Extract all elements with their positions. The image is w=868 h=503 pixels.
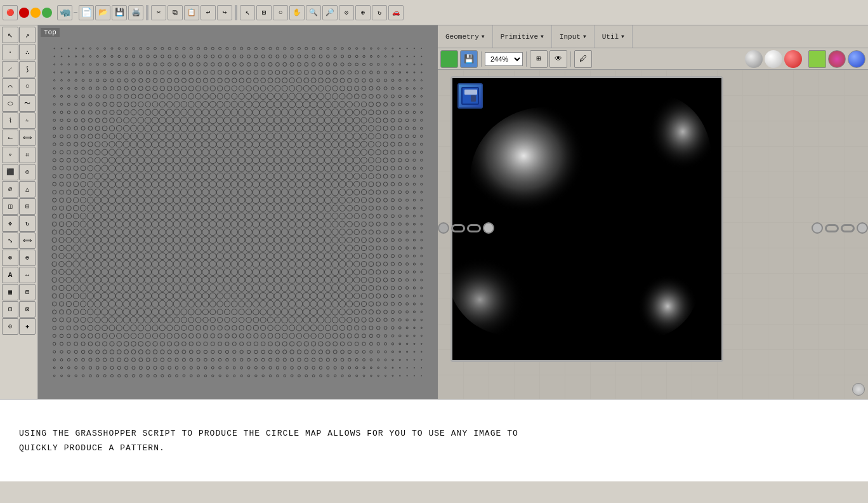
floppy-body: [461, 87, 479, 105]
toolbar-undo[interactable]: ↩: [201, 5, 216, 20]
tool-mesh[interactable]: ⊞: [19, 198, 36, 215]
caption-area: USING THE GRASSHOPPER SCRIPT TO PRODUCE …: [0, 399, 868, 481]
grasshopper-panel: Geometry ▼ Primitive ▼ Input ▼ Util ▼ 💾: [438, 25, 868, 399]
tool-cursor2[interactable]: ↗: [19, 27, 36, 43]
tool-chamfer[interactable]: ⌗: [19, 147, 36, 163]
gh-menu-bar: Geometry ▼ Primitive ▼ Input ▼ Util ▼: [438, 25, 868, 48]
util-menu-arrow: ▼: [621, 34, 624, 39]
toolbar-pan[interactable]: ✋: [289, 5, 305, 20]
gh-btn-sphere-gray[interactable]: [745, 50, 763, 68]
rhino-viewport[interactable]: Top: [38, 25, 438, 399]
toolbar-car[interactable]: 🚗: [388, 5, 404, 20]
tool-multipoint[interactable]: ∴: [19, 44, 36, 60]
tool-surface[interactable]: ◫: [2, 198, 18, 215]
gh-btn-grid[interactable]: ⊞: [530, 50, 548, 68]
gh-btn-lime-rect[interactable]: [808, 50, 826, 68]
tool-snap[interactable]: ⊙: [2, 318, 18, 335]
toolbar-new-file[interactable]: 📄: [79, 5, 94, 20]
toolbar-zoom-out[interactable]: 🔎: [322, 5, 338, 20]
tool-ellipse[interactable]: ⬭: [2, 95, 18, 112]
tool-freeform[interactable]: ⌇: [2, 112, 18, 129]
toolbar-zoom-sel[interactable]: ⊕: [355, 5, 371, 20]
toolbar-redo[interactable]: ↪: [217, 5, 232, 20]
tool-dim[interactable]: ↔: [19, 267, 36, 283]
tool-gumball[interactable]: ✚: [19, 318, 36, 335]
floppy-window: [471, 95, 476, 102]
gh-btn-save[interactable]: 💾: [460, 50, 478, 68]
tool-mirror[interactable]: ⟺: [19, 232, 36, 249]
gh-menu-input[interactable]: Input ▼: [552, 25, 595, 48]
circle-pattern-canvas: [38, 25, 438, 399]
gh-btn-sphere-red[interactable]: [784, 50, 802, 68]
save-icon[interactable]: [457, 83, 483, 109]
tool-block[interactable]: ⊞: [19, 284, 36, 300]
scroll-indicator[interactable]: [852, 383, 865, 396]
tool-cylinder[interactable]: ⌀: [2, 181, 18, 198]
gh-canvas[interactable]: [438, 70, 868, 399]
caption-text: USING THE GRASSHOPPER SCRIPT TO PRODUCE …: [19, 426, 849, 456]
gh-btn-eye[interactable]: 👁: [549, 50, 567, 68]
gh-btn-sphere-white[interactable]: [765, 50, 782, 68]
tool-hatch[interactable]: ▦: [2, 284, 18, 300]
tool-extend[interactable]: ⟵: [2, 130, 18, 146]
zoom-select[interactable]: 244%: [485, 52, 523, 66]
toolbar-print[interactable]: 🖨️: [128, 5, 143, 20]
toolbar-zoom-all[interactable]: ⊙: [339, 5, 354, 20]
caption-line1: USING THE GRASSHOPPER SCRIPT TO PRODUCE …: [19, 426, 849, 441]
tool-prop[interactable]: ⊠: [19, 301, 36, 318]
toolbar-btn4[interactable]: [42, 8, 52, 18]
tool-circle[interactable]: ○: [19, 78, 36, 95]
gh-btn-tan-rect[interactable]: [828, 50, 846, 68]
toolbar-paste[interactable]: 📋: [184, 5, 199, 20]
preview-image-node[interactable]: [450, 76, 723, 362]
toolbar-save[interactable]: 💾: [112, 5, 127, 20]
tool-sphere[interactable]: ⊙: [19, 164, 36, 180]
tool-text[interactable]: A: [2, 267, 18, 283]
geometry-menu-arrow: ▼: [482, 34, 485, 39]
gh-btn-green[interactable]: [440, 50, 458, 68]
chain-link-right-2: [841, 224, 855, 232]
tool-cone[interactable]: △: [19, 181, 36, 198]
toolbar-btn2[interactable]: [19, 8, 29, 18]
tool-polyline[interactable]: ⟆: [19, 61, 36, 77]
tool-fillet[interactable]: ⌔: [2, 147, 18, 163]
viewport-label: Top: [41, 28, 60, 37]
tool-spline[interactable]: 〜: [19, 95, 36, 112]
toolbar-select[interactable]: ↖: [240, 5, 255, 20]
toolbar-open[interactable]: 📂: [95, 5, 110, 20]
input-menu-arrow: ▼: [583, 34, 586, 39]
chain-dot-1: [438, 222, 449, 234]
tool-arc[interactable]: ⌒: [2, 78, 18, 95]
tool-rotate[interactable]: ↻: [19, 215, 36, 232]
gh-btn-blue-rect[interactable]: [848, 50, 865, 68]
tool-scale[interactable]: ⤡: [2, 232, 18, 249]
tool-boolean[interactable]: ⊕: [19, 250, 36, 266]
tool-cursor[interactable]: ↖: [2, 27, 18, 43]
toolbar-rotate3d[interactable]: ↻: [372, 5, 387, 20]
gh-menu-geometry[interactable]: Geometry ▼: [438, 25, 493, 48]
rhino-top-toolbar: 🔴 🦏 📄 📂 💾 🖨️ ✂ ⧉ 📋 ↩ ↪ ↖ ⊡ ○ ✋ 🔍 🔎 ⊙ ⊕ ↻…: [0, 0, 868, 25]
chain-link-2: [467, 224, 481, 232]
toolbar-rhino-icon[interactable]: 🦏: [57, 5, 72, 20]
toolbar-zoom-in[interactable]: 🔍: [306, 5, 321, 20]
tool-offset[interactable]: ⟺: [19, 130, 36, 146]
tool-point[interactable]: ·: [2, 44, 18, 60]
chain-dot-right-1: [812, 222, 823, 234]
tool-move[interactable]: ✥: [2, 215, 18, 232]
toolbar-cut[interactable]: ✂: [151, 5, 166, 20]
gh-menu-util[interactable]: Util ▼: [595, 25, 633, 48]
tool-line[interactable]: ⟋: [2, 61, 18, 77]
tool-array[interactable]: ⊛: [2, 250, 18, 266]
svg-point-2: [597, 93, 711, 220]
toolbar-btn3[interactable]: [30, 8, 41, 18]
tool-box[interactable]: ⬛: [2, 164, 18, 180]
gh-menu-primitive[interactable]: Primitive ▼: [493, 25, 552, 48]
toolbar-lasso[interactable]: ○: [273, 5, 288, 20]
toolbar-new[interactable]: 🔴: [3, 5, 18, 20]
tool-trim[interactable]: ✁: [19, 112, 36, 129]
chain-dot-2: [483, 222, 494, 234]
tool-layer[interactable]: ⊟: [2, 301, 18, 318]
gh-btn-brush[interactable]: 🖊: [574, 50, 592, 68]
toolbar-copy[interactable]: ⧉: [168, 5, 183, 20]
toolbar-window-select[interactable]: ⊡: [256, 5, 272, 20]
